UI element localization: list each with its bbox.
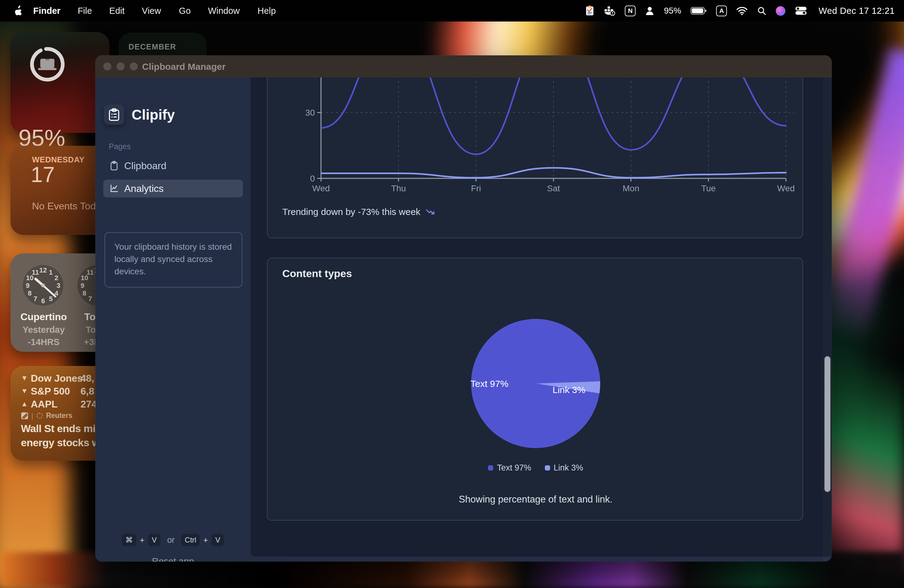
legend-item-link: Link 3% bbox=[545, 463, 583, 473]
svg-text:11: 11 bbox=[32, 269, 39, 276]
plus-sign: + bbox=[140, 536, 144, 545]
wifi-status-icon[interactable] bbox=[736, 6, 748, 15]
battery-widget[interactable]: 95% bbox=[11, 32, 109, 133]
zoom-button[interactable] bbox=[130, 62, 138, 70]
svg-text:Link 3%: Link 3% bbox=[553, 385, 585, 395]
news-source-row: | Reuters bbox=[21, 411, 72, 420]
laptop-icon bbox=[38, 59, 57, 70]
menu-item-file[interactable]: File bbox=[78, 6, 92, 16]
calendar-day-number: 17 bbox=[31, 162, 55, 187]
svg-text:2: 2 bbox=[54, 274, 58, 282]
wallpaper-purple-streak bbox=[820, 48, 904, 343]
v-keycap: V bbox=[148, 534, 161, 546]
battery-percent-label: 95% bbox=[664, 6, 681, 16]
svg-text:3: 3 bbox=[57, 282, 60, 289]
main-content: 300WedThuFriSatMonTueWed Trending down b… bbox=[251, 77, 832, 556]
stock-name: Dow Jones bbox=[31, 373, 83, 384]
svg-text:Mon: Mon bbox=[623, 183, 639, 193]
plus-sign: + bbox=[203, 536, 208, 545]
sidebar-info-box: Your clipboard history is stored locally… bbox=[104, 232, 242, 288]
pie-caption: Showing percentage of text and link. bbox=[267, 494, 804, 505]
reset-app-button[interactable]: Reset app bbox=[95, 556, 251, 561]
calendar-widget[interactable]: WEDNESDAY 17 No Events Today bbox=[11, 146, 109, 235]
menu-item-go[interactable]: Go bbox=[179, 6, 191, 16]
svg-text:0: 0 bbox=[310, 174, 315, 183]
svg-text:8: 8 bbox=[28, 289, 32, 297]
content-types-card: Content types Text 97%Link 3% Text 97% L… bbox=[267, 258, 803, 521]
stock-row[interactable]: ▼ S&P 500 6,8 bbox=[11, 386, 109, 398]
svg-text:12: 12 bbox=[40, 266, 47, 274]
svg-text:9: 9 bbox=[26, 282, 30, 289]
app-name: Clipify bbox=[131, 106, 175, 123]
clipboard-app-status-icon[interactable] bbox=[585, 6, 594, 16]
trend-text: Trending down by -73% this week bbox=[282, 207, 420, 217]
stock-row[interactable]: ▲ AAPL 274 bbox=[11, 398, 109, 411]
battery-status-icon[interactable] bbox=[691, 7, 706, 14]
news-source-label: Reuters bbox=[46, 411, 73, 420]
chart-line-icon bbox=[109, 184, 119, 193]
desktop: 95% DECEMBER WEDNESDAY 17 No Events Toda… bbox=[0, 0, 904, 588]
svg-text:Thu: Thu bbox=[391, 183, 406, 193]
sidebar-item-label: Clipboard bbox=[124, 160, 166, 172]
reuters-icon bbox=[36, 413, 43, 419]
clipboard-icon bbox=[108, 108, 120, 122]
stocks-news-widget[interactable]: ▼ Dow Jones 48, ▼ S&P 500 6,8 ▲ AAPL 274… bbox=[11, 366, 109, 461]
menu-item-window[interactable]: Window bbox=[208, 6, 240, 16]
legend-item-text: Text 97% bbox=[488, 463, 531, 473]
svg-text:Sat: Sat bbox=[547, 183, 560, 193]
app-logo bbox=[104, 104, 124, 125]
siri-status-icon[interactable] bbox=[776, 6, 785, 16]
clipboard-icon bbox=[109, 161, 119, 171]
divider: | bbox=[32, 412, 33, 420]
stock-up-icon: ▲ bbox=[21, 400, 28, 408]
user-status-icon[interactable] bbox=[645, 6, 654, 16]
svg-text:9: 9 bbox=[81, 282, 84, 289]
scrollbar-thumb[interactable] bbox=[824, 356, 831, 492]
activity-chart-card: 300WedThuFriSatMonTueWed Trending down b… bbox=[267, 77, 803, 238]
svg-text:Wed: Wed bbox=[777, 183, 795, 193]
svg-text:Tue: Tue bbox=[701, 183, 716, 193]
sidebar: Clipify Pages Clipboard Analytics Your c… bbox=[95, 77, 251, 561]
sidebar-item-clipboard[interactable]: Clipboard bbox=[103, 157, 243, 175]
analog-clock-cupertino: 123456789101112 bbox=[22, 264, 65, 307]
menu-item-view[interactable]: View bbox=[142, 6, 161, 16]
search-status-icon[interactable] bbox=[757, 6, 766, 15]
menu-item-finder[interactable]: Finder bbox=[33, 6, 60, 16]
menu-item-edit[interactable]: Edit bbox=[109, 6, 125, 16]
app-window: Clipboard Manager Clipify Pages bbox=[95, 55, 832, 561]
minimize-button[interactable] bbox=[117, 62, 125, 70]
world-clocks-widget[interactable]: 123456789101112 123456789101112 Cupertin… bbox=[11, 253, 109, 352]
sidebar-item-analytics[interactable]: Analytics bbox=[103, 180, 243, 198]
stock-down-icon: ▼ bbox=[21, 387, 28, 395]
app-logo-row: Clipify bbox=[104, 104, 175, 125]
docker-status-icon[interactable] bbox=[604, 6, 615, 16]
battery-ring-icon bbox=[23, 40, 72, 89]
apple-menu-icon[interactable] bbox=[14, 5, 24, 16]
stock-row[interactable]: ▼ Dow Jones 48, bbox=[11, 373, 109, 385]
calendar-month-label: DECEMBER bbox=[128, 43, 176, 51]
svg-text:8: 8 bbox=[83, 289, 86, 297]
menu-bar-left: Finder File Edit View Go Window Help bbox=[0, 0, 276, 22]
control-center-status-icon[interactable] bbox=[795, 6, 807, 15]
news-outlet-icon bbox=[21, 412, 28, 419]
notion-status-icon[interactable]: N bbox=[625, 6, 635, 16]
input-source-status-icon[interactable]: A bbox=[716, 6, 727, 16]
pie-chart: Text 97%Link 3% bbox=[267, 258, 804, 458]
svg-text:7: 7 bbox=[33, 295, 37, 303]
v-keycap: V bbox=[212, 534, 224, 546]
menu-item-help[interactable]: Help bbox=[258, 6, 276, 16]
calendar-month-widget[interactable]: DECEMBER bbox=[119, 33, 207, 58]
stock-name: AAPL bbox=[31, 398, 57, 410]
svg-text:1: 1 bbox=[49, 269, 52, 276]
legend-swatch-link bbox=[545, 465, 550, 471]
line-chart: 300WedThuFriSatMonTueWed bbox=[267, 77, 804, 201]
menu-bar-clock[interactable]: Wed Dec 17 12:21 bbox=[819, 6, 895, 16]
window-titlebar[interactable]: Clipboard Manager bbox=[95, 55, 832, 77]
menu-bar-status: N 95% A bbox=[585, 0, 904, 22]
window-title: Clipboard Manager bbox=[142, 62, 226, 72]
stock-value: 6,8 bbox=[81, 386, 94, 397]
close-button[interactable] bbox=[103, 62, 111, 70]
legend-swatch-text bbox=[488, 465, 493, 471]
trend-annotation: Trending down by -73% this week bbox=[282, 207, 435, 217]
svg-text:Text 97%: Text 97% bbox=[471, 379, 508, 389]
